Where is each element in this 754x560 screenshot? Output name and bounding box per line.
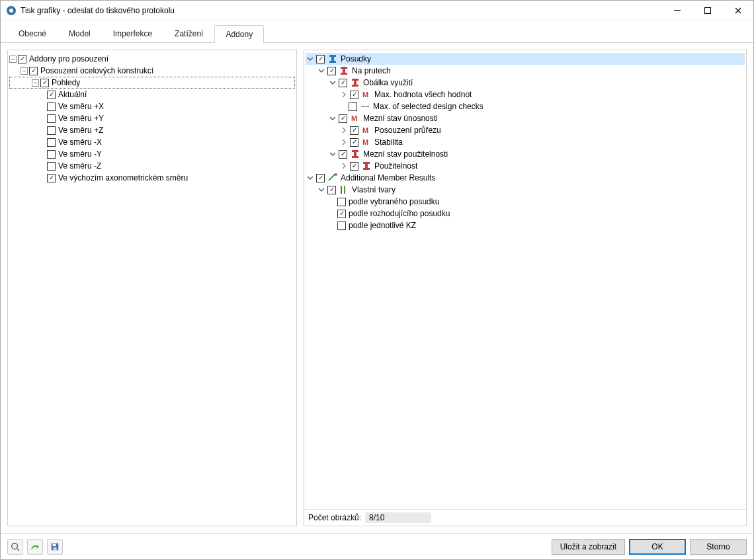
node-label: Mezní stav použitelnosti (363, 148, 448, 160)
tab-obecne[interactable]: Obecné (7, 24, 58, 42)
checkbox[interactable] (350, 162, 358, 171)
save-and-show-button[interactable]: Uložit a zobrazit (552, 539, 625, 555)
checkbox[interactable] (18, 55, 26, 63)
checkbox[interactable] (339, 79, 347, 87)
node-label: Ve výchozím axonometrickém směru (58, 172, 188, 184)
tree-row[interactable]: − Addony pro posouzení (9, 53, 295, 65)
tree-row[interactable]: Použitelnost (306, 160, 745, 172)
chevron-down-icon[interactable] (317, 185, 326, 194)
chevron-right-icon[interactable] (339, 90, 349, 99)
ok-button[interactable]: OK (629, 539, 686, 555)
chevron-down-icon[interactable] (306, 54, 315, 63)
checkbox[interactable] (349, 102, 357, 111)
checkbox[interactable] (339, 150, 347, 159)
close-button[interactable] (723, 1, 753, 20)
tree-row[interactable]: M Stabilita (306, 136, 745, 148)
chevron-down-icon[interactable] (317, 66, 326, 75)
svg-text:M: M (362, 138, 368, 146)
svg-rect-23 (363, 168, 370, 170)
section-icon (350, 77, 360, 88)
chevron-down-icon[interactable] (328, 114, 337, 123)
chevron-down-icon[interactable] (306, 173, 315, 182)
minimize-button[interactable] (662, 1, 692, 20)
node-label: Vlastní tvary (352, 184, 396, 196)
tab-imperfekce[interactable]: Imperfekce (102, 24, 163, 42)
tree-row[interactable]: Ve směru +X (9, 100, 295, 112)
m-icon: M (361, 89, 372, 100)
tree-row[interactable]: Ve směru +Y (9, 112, 295, 124)
tree-row[interactable]: M Mezní stav únosnosti (306, 112, 745, 124)
maximize-button[interactable] (692, 1, 723, 20)
collapse-icon[interactable]: − (9, 56, 17, 63)
svg-rect-2 (674, 10, 681, 11)
m-icon: M (361, 137, 372, 147)
checkbox[interactable] (350, 91, 358, 99)
tree-row[interactable]: Na prutech (306, 65, 745, 77)
window-title: Tisk grafiky - odeslat do tiskového prot… (21, 6, 662, 15)
tab-model[interactable]: Model (58, 24, 102, 42)
chevron-down-icon[interactable] (328, 78, 337, 87)
node-label: Na prutech (352, 65, 391, 77)
tree-row[interactable]: Obálka využití (306, 77, 745, 89)
node-label: Ve směru -Y (58, 148, 102, 160)
checkbox[interactable] (47, 138, 56, 147)
checkbox[interactable] (337, 210, 346, 218)
checkbox[interactable] (316, 55, 325, 63)
tree-row[interactable]: − Pohledy (9, 77, 295, 89)
tree-row[interactable]: Ve směru -Y (9, 148, 295, 160)
checkbox[interactable] (327, 186, 336, 194)
tree-row[interactable]: Posudky (306, 53, 745, 65)
tree-row[interactable]: M Posouzení průřezu (306, 124, 745, 136)
checkbox[interactable] (47, 126, 56, 135)
tree-row[interactable]: M Max. hodnota všech hodnot (306, 89, 745, 100)
m-icon: M (350, 113, 360, 124)
tree-row[interactable]: Additional Member Results (306, 172, 745, 184)
checkbox[interactable] (40, 79, 49, 87)
tree-row[interactable]: Aktuální (9, 89, 295, 100)
checkbox[interactable] (47, 102, 56, 111)
cancel-button[interactable]: Storno (690, 539, 747, 555)
tree-row[interactable]: podle jednotlivé KZ (306, 220, 745, 231)
checkbox[interactable] (316, 174, 325, 182)
tree-row[interactable]: Max. of selected design checks (306, 100, 745, 112)
checkbox[interactable] (47, 162, 56, 171)
tab-addony[interactable]: Addony (214, 25, 264, 43)
tree-row[interactable]: Ve směru -X (9, 136, 295, 148)
tree-row[interactable]: podle vybraného posudku (306, 196, 745, 208)
tab-zatizeni[interactable]: Zatížení (163, 24, 214, 42)
chevron-right-icon[interactable] (339, 126, 349, 135)
node-label: Additional Member Results (341, 172, 435, 184)
tree-row[interactable]: podle rozhodujícího posudku (306, 208, 745, 220)
checkbox[interactable] (337, 221, 346, 230)
checkbox[interactable] (47, 150, 56, 159)
chevron-down-icon[interactable] (328, 149, 337, 159)
checkbox[interactable] (339, 114, 347, 123)
collapse-icon[interactable]: − (32, 79, 39, 87)
tree-row[interactable]: Ve směru -Z (9, 160, 295, 172)
checkbox[interactable] (29, 67, 38, 75)
tree-row[interactable]: Ve výchozím axonometrickém směru (9, 172, 295, 184)
checkbox[interactable] (327, 67, 336, 75)
checkbox[interactable] (350, 138, 358, 147)
checkbox[interactable] (337, 198, 346, 206)
svg-rect-11 (354, 81, 356, 85)
tree-row[interactable]: Ve směru +Z (9, 124, 295, 136)
node-label: Ve směru -Z (58, 160, 101, 172)
save-settings-button[interactable] (47, 539, 63, 555)
collapse-icon[interactable]: − (21, 67, 28, 75)
svg-rect-20 (352, 156, 358, 158)
svg-rect-6 (329, 61, 336, 63)
node-label: Posouzení ocelových konstrukcí (40, 65, 153, 77)
tool-button-1[interactable] (27, 539, 43, 555)
chevron-right-icon[interactable] (339, 161, 349, 171)
checkbox[interactable] (47, 174, 56, 182)
checkbox[interactable] (47, 91, 56, 99)
chevron-right-icon[interactable] (339, 138, 349, 147)
tree-row[interactable]: − Posouzení ocelových konstrukcí (9, 65, 295, 77)
tree-row[interactable]: Vlastní tvary (306, 184, 745, 196)
help-button[interactable] (7, 539, 23, 555)
body-area: − Addony pro posouzení − Posouzení ocelo… (1, 43, 753, 533)
checkbox[interactable] (350, 126, 358, 135)
tree-row[interactable]: Mezní stav použitelnosti (306, 148, 745, 160)
checkbox[interactable] (47, 114, 56, 123)
